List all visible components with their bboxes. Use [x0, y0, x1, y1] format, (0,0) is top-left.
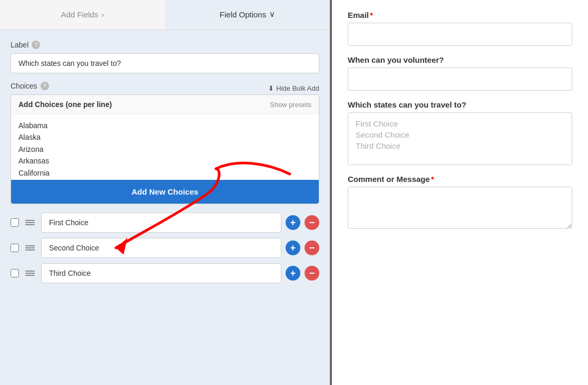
choice-3-add-button[interactable]: + [286, 266, 300, 281]
states-field-group: Which states can you travel to? First Ch… [348, 100, 572, 165]
volunteer-field-group: When can you volunteer? [348, 55, 572, 91]
table-row: + − [11, 213, 319, 233]
drag-handle-2[interactable] [23, 243, 37, 253]
volunteer-input[interactable] [348, 68, 572, 91]
comment-textarea[interactable] [348, 187, 572, 229]
table-row: + − [11, 263, 319, 283]
table-row: + − [11, 238, 319, 258]
preview-choice-3: Third Choice [356, 141, 564, 150]
email-label: Email* [348, 11, 572, 20]
label-section-header: Label ? [11, 41, 319, 49]
hide-bulk-add-btn[interactable]: ⬇ Hide Bulk Add [268, 84, 319, 92]
choice-2-add-button[interactable]: + [286, 240, 300, 255]
drag-line [25, 247, 35, 248]
email-required-star: * [370, 11, 373, 20]
comment-field-group: Comment or Message* [348, 175, 572, 229]
choice-3-input[interactable] [41, 263, 281, 283]
bulk-add-box: Add Choices (one per line) Show presets … [11, 94, 319, 204]
bulk-add-textarea[interactable]: Alabama Alaska Arizona Arkansas Californ… [11, 114, 319, 178]
drag-line [25, 273, 35, 274]
states-choices-preview[interactable]: First Choice Second Choice Third Choice [348, 112, 572, 165]
add-fields-icon: › [101, 10, 104, 19]
choice-list: + − + − [11, 213, 319, 283]
preview-choice-1: First Choice [356, 119, 564, 128]
drag-handle-1[interactable] [23, 218, 37, 227]
label-input[interactable] [11, 53, 319, 73]
tab-field-options[interactable]: Field Options ∨ [165, 0, 330, 30]
choice-3-checkbox[interactable] [11, 269, 19, 277]
add-new-choices-button[interactable]: Add New Choices [11, 180, 319, 204]
volunteer-label: When can you volunteer? [348, 55, 572, 64]
show-presets-btn[interactable]: Show presets [270, 101, 311, 109]
choices-header-left: Choices ? [11, 82, 49, 90]
drag-line [25, 224, 35, 225]
field-options-label: Field Options [220, 10, 266, 19]
states-label: Which states can you travel to? [348, 100, 572, 109]
bulk-add-title: Add Choices (one per line) [18, 100, 112, 109]
drag-line [25, 245, 35, 246]
email-field-group: Email* [348, 11, 572, 46]
drag-line [25, 249, 35, 251]
choices-title: Choices [11, 82, 37, 90]
choice-1-remove-button[interactable]: − [305, 215, 319, 230]
choices-section-header: Choices ? ⬇ Hide Bulk Add [11, 82, 319, 94]
choice-2-remove-button[interactable]: − [305, 240, 319, 255]
preview-choice-2: Second Choice [356, 130, 564, 139]
left-panel: Add Fields › Field Options ∨ Label ? Cho… [0, 0, 332, 385]
field-options-icon: ∨ [269, 9, 275, 19]
comment-required-star: * [431, 175, 434, 184]
drag-handle-3[interactable] [23, 268, 37, 278]
label-help-icon[interactable]: ? [32, 41, 40, 49]
comment-label: Comment or Message* [348, 175, 572, 184]
choice-1-input[interactable] [41, 213, 281, 233]
choice-1-checkbox[interactable] [11, 218, 19, 227]
drag-line [25, 271, 35, 272]
tab-bar: Add Fields › Field Options ∨ [0, 0, 330, 30]
panel-body: Label ? Choices ? ⬇ Hide Bulk Add Add Ch… [0, 30, 330, 385]
bulk-add-header: Add Choices (one per line) Show presets [11, 95, 319, 114]
label-section: Label ? [11, 41, 319, 73]
choices-help-icon[interactable]: ? [41, 82, 49, 90]
drag-line [25, 275, 35, 276]
choice-3-remove-button[interactable]: − [305, 266, 319, 281]
choice-2-checkbox[interactable] [11, 244, 19, 252]
choice-2-input[interactable] [41, 238, 281, 258]
right-panel: Email* When can you volunteer? Which sta… [332, 0, 588, 385]
email-input[interactable] [348, 23, 572, 46]
choice-1-add-button[interactable]: + [286, 215, 300, 230]
drag-line [25, 222, 35, 223]
tab-add-fields[interactable]: Add Fields › [0, 0, 165, 30]
label-section-title: Label [11, 41, 28, 49]
drag-line [25, 220, 35, 221]
choices-section: Choices ? ⬇ Hide Bulk Add Add Choices (o… [11, 82, 319, 204]
add-fields-label: Add Fields [61, 10, 99, 19]
